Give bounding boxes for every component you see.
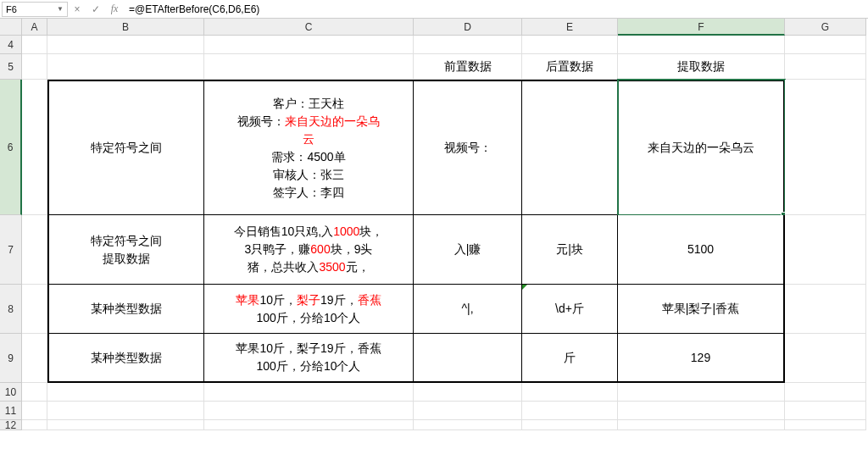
select-all-corner[interactable] bbox=[0, 19, 22, 36]
cell-G6[interactable] bbox=[785, 80, 866, 215]
row-header-7[interactable]: 7 bbox=[0, 215, 22, 285]
cell-F7[interactable]: 5100 bbox=[618, 215, 785, 285]
cell-B10[interactable] bbox=[47, 383, 204, 402]
cell-F12[interactable] bbox=[618, 420, 785, 430]
cell-G8[interactable] bbox=[785, 285, 866, 334]
column-headers: ABCDEFG bbox=[22, 19, 866, 36]
row-header-4[interactable]: 4 bbox=[0, 36, 22, 54]
cell-C11[interactable] bbox=[204, 402, 414, 420]
cell-C7[interactable]: 今日销售10只鸡,入1000块，3只鸭子，赚600块，9头猪，总共收入3500元… bbox=[204, 215, 414, 285]
col-header-G[interactable]: G bbox=[785, 19, 866, 36]
error-indicator-icon bbox=[522, 285, 527, 290]
cell-B8[interactable]: 某种类型数据 bbox=[47, 285, 204, 334]
cell-B9[interactable]: 某种类型数据 bbox=[47, 334, 204, 383]
row-headers: 456789101112 bbox=[0, 36, 22, 430]
cell-B6[interactable]: 特定符号之间 bbox=[47, 80, 204, 215]
col-header-B[interactable]: B bbox=[47, 19, 204, 36]
cell-C5[interactable] bbox=[204, 54, 414, 80]
cell-F9[interactable]: 129 bbox=[618, 334, 785, 383]
cell-D12[interactable] bbox=[414, 420, 522, 430]
col-header-F[interactable]: F bbox=[618, 19, 785, 36]
cell-B7[interactable]: 特定符号之间提取数据 bbox=[47, 215, 204, 285]
grid[interactable]: 前置数据后置数据提取数据特定符号之间客户：王天柱视频号：来自天边的一朵乌云需求：… bbox=[22, 36, 866, 430]
cell-A6[interactable] bbox=[22, 80, 47, 215]
cell-G10[interactable] bbox=[785, 383, 866, 402]
cell-G11[interactable] bbox=[785, 402, 866, 420]
cell-C4[interactable] bbox=[204, 36, 414, 54]
cell-E10[interactable] bbox=[522, 383, 618, 402]
row-header-9[interactable]: 9 bbox=[0, 334, 22, 383]
cell-F5[interactable]: 提取数据 bbox=[618, 54, 785, 80]
cell-B5[interactable] bbox=[47, 54, 204, 80]
cell-G4[interactable] bbox=[785, 36, 866, 54]
row-header-10[interactable]: 10 bbox=[0, 383, 22, 402]
cell-G7[interactable] bbox=[785, 215, 866, 285]
cell-A7[interactable] bbox=[22, 215, 47, 285]
row-header-11[interactable]: 11 bbox=[0, 402, 22, 420]
fx-icon[interactable]: fx bbox=[105, 3, 124, 15]
cell-D7[interactable]: 入|赚 bbox=[414, 215, 522, 285]
cell-D4[interactable] bbox=[414, 36, 522, 54]
cell-C9[interactable]: 苹果10斤，梨子19斤，香蕉100斤，分给10个人 bbox=[204, 334, 414, 383]
cell-B4[interactable] bbox=[47, 36, 204, 54]
cell-D5[interactable]: 前置数据 bbox=[414, 54, 522, 80]
cell-E6[interactable] bbox=[522, 80, 618, 215]
name-box[interactable]: F6 ▼ bbox=[2, 2, 68, 17]
cell-E7[interactable]: 元|块 bbox=[522, 215, 618, 285]
cell-G12[interactable] bbox=[785, 420, 866, 430]
formula-confirm-icon[interactable]: ✓ bbox=[86, 3, 105, 15]
cell-A5[interactable] bbox=[22, 54, 47, 80]
cell-C12[interactable] bbox=[204, 420, 414, 430]
cell-E8[interactable]: \d+斤 bbox=[522, 285, 618, 334]
row-header-12[interactable]: 12 bbox=[0, 420, 22, 430]
cell-D11[interactable] bbox=[414, 402, 522, 420]
cell-E5[interactable]: 后置数据 bbox=[522, 54, 618, 80]
cell-A10[interactable] bbox=[22, 383, 47, 402]
cell-A11[interactable] bbox=[22, 402, 47, 420]
formula-bar: F6 ▼ × ✓ fx =@ETAfterBefore(C6,D6,E6) bbox=[0, 0, 868, 19]
col-header-A[interactable]: A bbox=[22, 19, 47, 36]
cell-B12[interactable] bbox=[47, 420, 204, 430]
row-header-5[interactable]: 5 bbox=[0, 54, 22, 80]
cell-D6[interactable]: 视频号： bbox=[414, 80, 522, 215]
cell-E11[interactable] bbox=[522, 402, 618, 420]
cell-E4[interactable] bbox=[522, 36, 618, 54]
cell-A12[interactable] bbox=[22, 420, 47, 430]
cell-G5[interactable] bbox=[785, 54, 866, 80]
cell-D10[interactable] bbox=[414, 383, 522, 402]
col-header-C[interactable]: C bbox=[204, 19, 414, 36]
cell-F4[interactable] bbox=[618, 36, 785, 54]
chevron-down-icon[interactable]: ▼ bbox=[57, 5, 64, 13]
cell-C6[interactable]: 客户：王天柱视频号：来自天边的一朵乌云需求：4500单审核人：张三签字人：李四 bbox=[204, 80, 414, 215]
col-header-D[interactable]: D bbox=[414, 19, 522, 36]
row-header-6[interactable]: 6 bbox=[0, 80, 22, 215]
cell-B11[interactable] bbox=[47, 402, 204, 420]
row-header-8[interactable]: 8 bbox=[0, 285, 22, 334]
cell-G9[interactable] bbox=[785, 334, 866, 383]
cell-F8[interactable]: 苹果|梨子|香蕉 bbox=[618, 285, 785, 334]
cell-A9[interactable] bbox=[22, 334, 47, 383]
formula-input[interactable]: =@ETAfterBefore(C6,D6,E6) bbox=[124, 0, 868, 18]
cell-E12[interactable] bbox=[522, 420, 618, 430]
cell-C8[interactable]: 苹果10斤，梨子19斤，香蕉100斤，分给10个人 bbox=[204, 285, 414, 334]
cell-F6[interactable]: 来自天边的一朵乌云 bbox=[618, 80, 785, 215]
cell-C10[interactable] bbox=[204, 383, 414, 402]
name-box-value: F6 bbox=[6, 4, 17, 14]
cell-F10[interactable] bbox=[618, 383, 785, 402]
cell-E9[interactable]: 斤 bbox=[522, 334, 618, 383]
cell-D8[interactable]: ^|, bbox=[414, 285, 522, 334]
cell-F11[interactable] bbox=[618, 402, 785, 420]
cell-A4[interactable] bbox=[22, 36, 47, 54]
col-header-E[interactable]: E bbox=[522, 19, 618, 36]
formula-cancel-icon[interactable]: × bbox=[68, 3, 86, 15]
cell-D9[interactable] bbox=[414, 334, 522, 383]
cell-A8[interactable] bbox=[22, 285, 47, 334]
